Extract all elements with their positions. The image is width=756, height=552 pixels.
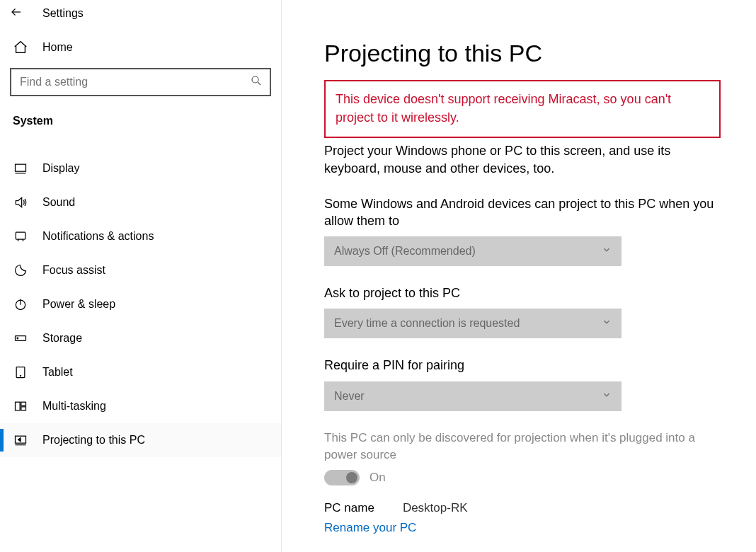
chevron-down-icon xyxy=(602,390,612,403)
search-field[interactable] xyxy=(18,75,250,89)
focus-assist-icon xyxy=(13,263,28,277)
pc-name-row: PC name Desktop-RK xyxy=(324,501,721,515)
discover-toggle[interactable] xyxy=(324,470,360,485)
nav-item-storage[interactable]: Storage xyxy=(0,321,281,355)
nav-label: Focus assist xyxy=(42,264,105,277)
nav-label: Multi-tasking xyxy=(42,400,106,413)
home-label: Home xyxy=(42,41,73,54)
svg-rect-9 xyxy=(21,402,26,406)
pc-name-value: Desktop-RK xyxy=(403,501,468,515)
main-content: Projecting to this PC This device doesn'… xyxy=(282,0,756,552)
setting-pin-label: Require a PIN for pairing xyxy=(324,357,721,374)
search-input[interactable] xyxy=(10,68,271,96)
nav-label: Projecting to this PC xyxy=(42,434,145,447)
nav-item-power-sleep[interactable]: Power & sleep xyxy=(0,287,281,321)
select-value: Never xyxy=(334,390,365,403)
svg-rect-1 xyxy=(16,164,26,171)
home-icon xyxy=(13,40,28,55)
storage-icon xyxy=(13,331,28,345)
setting-ask-select[interactable]: Every time a connection is requested xyxy=(324,309,622,338)
setting-allow-label: Some Windows and Android devices can pro… xyxy=(324,195,721,230)
back-icon[interactable] xyxy=(10,6,23,21)
rename-pc-link[interactable]: Rename your PC xyxy=(324,521,721,535)
svg-point-7 xyxy=(20,375,21,376)
svg-rect-8 xyxy=(16,402,21,410)
notifications-icon xyxy=(13,229,28,243)
multitasking-icon xyxy=(13,399,28,413)
setting-ask-label: Ask to project to this PC xyxy=(324,284,721,301)
settings-sidebar: Settings Home System Display xyxy=(0,0,282,552)
page-title: Projecting to this PC xyxy=(324,40,721,67)
chevron-down-icon xyxy=(602,245,612,258)
setting-pin-select[interactable]: Never xyxy=(324,381,622,411)
display-icon xyxy=(13,161,28,176)
nav-list: Display Sound Notifications & actions Fo… xyxy=(0,151,281,457)
miracast-error: This device doesn't support receiving Mi… xyxy=(324,80,721,138)
svg-point-5 xyxy=(17,338,18,339)
setting-allow-select[interactable]: Always Off (Recommended) xyxy=(324,236,622,266)
page-description: Project your Windows phone or PC to this… xyxy=(324,142,721,178)
category-label: System xyxy=(0,108,281,137)
select-value: Always Off (Recommended) xyxy=(334,245,476,258)
toggle-label: On xyxy=(370,471,386,485)
nav-item-tablet[interactable]: Tablet xyxy=(0,355,281,389)
pc-name-key: PC name xyxy=(324,501,374,515)
home-nav[interactable]: Home xyxy=(0,24,281,68)
nav-label: Notifications & actions xyxy=(42,230,154,243)
nav-item-projecting[interactable]: Projecting to this PC xyxy=(0,423,281,457)
power-icon xyxy=(13,297,28,311)
select-value: Every time a connection is requested xyxy=(334,317,520,330)
chevron-down-icon xyxy=(602,317,612,330)
titlebar: Settings xyxy=(0,0,281,24)
nav-item-focus-assist[interactable]: Focus assist xyxy=(0,253,281,287)
projecting-icon xyxy=(13,433,28,447)
app-title: Settings xyxy=(42,7,84,20)
nav-item-sound[interactable]: Sound xyxy=(0,185,281,219)
tablet-icon xyxy=(13,365,28,379)
nav-item-notifications[interactable]: Notifications & actions xyxy=(0,219,281,253)
nav-item-display[interactable]: Display xyxy=(0,151,281,185)
nav-label: Power & sleep xyxy=(42,298,115,311)
svg-point-0 xyxy=(252,76,258,83)
search-icon xyxy=(250,74,263,90)
nav-label: Storage xyxy=(42,332,82,345)
sound-icon xyxy=(13,195,28,209)
nav-label: Sound xyxy=(42,196,75,209)
nav-item-multitasking[interactable]: Multi-tasking xyxy=(0,389,281,423)
discover-note: This PC can only be discovered for proje… xyxy=(324,430,721,464)
nav-label: Display xyxy=(42,162,79,175)
svg-rect-2 xyxy=(16,232,25,239)
svg-rect-10 xyxy=(21,407,26,410)
nav-label: Tablet xyxy=(42,366,73,379)
